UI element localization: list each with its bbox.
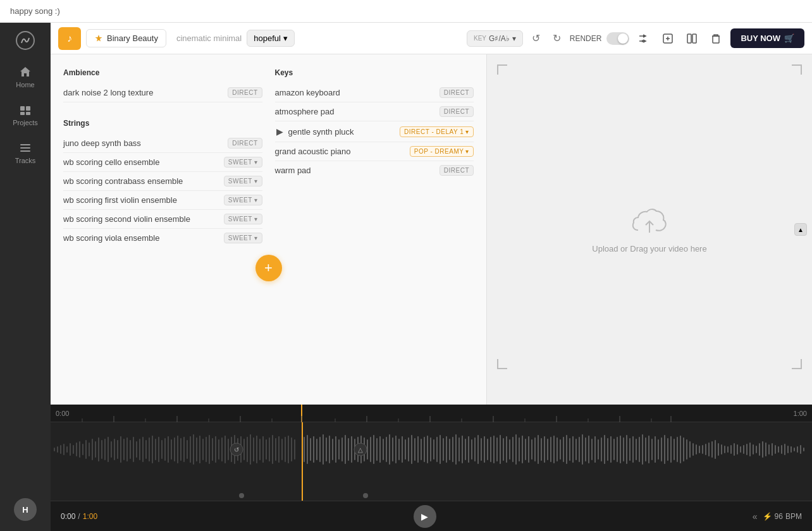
add-instrument-button[interactable]: + [255, 255, 282, 281]
svg-rect-2 [26, 106, 30, 111]
svg-rect-92 [218, 439, 219, 460]
svg-rect-110 [275, 438, 276, 461]
user-avatar[interactable]: H [14, 498, 37, 521]
svg-rect-144 [389, 434, 390, 465]
total-time[interactable]: 1:00 [83, 512, 97, 521]
mood-selector[interactable]: hopeful ▾ [247, 30, 295, 47]
music-icon-button[interactable]: ♪ [58, 27, 81, 50]
svg-rect-233 [670, 436, 672, 463]
delete-button[interactable] [706, 29, 725, 48]
key-selector[interactable]: KEY G♯/A♭ ▾ [467, 30, 523, 47]
buy-now-button[interactable]: BUY NOW 🛒 [730, 28, 804, 48]
svg-rect-88 [206, 437, 207, 462]
project-title-button[interactable]: Binary Beauty [86, 29, 166, 47]
undo-button[interactable]: ↺ [528, 28, 544, 48]
svg-rect-187 [525, 439, 526, 460]
svg-rect-159 [436, 437, 438, 462]
toolbar-style: cinematic minimal [176, 34, 242, 43]
svg-rect-14 [692, 34, 696, 43]
svg-rect-230 [661, 437, 662, 461]
song-title: happy song :) [10, 6, 60, 16]
instrument-badge[interactable]: DIRECT [440, 165, 474, 176]
svg-rect-154 [421, 439, 422, 460]
sidebar-item-projects[interactable]: Projects [0, 96, 51, 134]
play-instrument-button[interactable]: ▶ [275, 125, 285, 138]
instrument-badge[interactable]: SWEET ▾ [224, 176, 262, 186]
svg-rect-125 [329, 436, 330, 463]
instrument-badge[interactable]: DIRECT [228, 138, 262, 149]
svg-rect-51 [89, 442, 90, 456]
waveform-area[interactable]: Waveform bars would be here [51, 422, 812, 501]
svg-rect-130 [345, 435, 346, 464]
svg-rect-258 [749, 442, 751, 456]
svg-rect-78 [174, 437, 175, 461]
svg-rect-131 [348, 438, 349, 461]
bpm-value: 96 [775, 512, 783, 521]
svg-rect-175 [487, 439, 488, 460]
flip-button[interactable] [682, 29, 701, 48]
skip-back-button[interactable]: « [753, 511, 758, 522]
svg-rect-56 [104, 439, 106, 460]
svg-rect-124 [326, 437, 327, 461]
svg-rect-126 [332, 439, 333, 460]
svg-rect-152 [414, 438, 415, 461]
add-track-button[interactable] [658, 29, 677, 48]
instrument-badge-orange[interactable]: DIRECT - DELAY 1 ▾ [400, 126, 474, 137]
scroll-top-button[interactable]: ▲ [794, 223, 807, 236]
svg-rect-181 [506, 436, 507, 463]
instrument-row: wb scoring first violin ensemble SWEET ▾ [63, 191, 262, 210]
svg-rect-132 [351, 436, 352, 463]
svg-rect-109 [272, 435, 273, 464]
svg-rect-70 [149, 437, 150, 461]
svg-rect-180 [503, 438, 504, 461]
svg-rect-234 [674, 439, 675, 460]
instrument-row: ▶ gentle synth pluck DIRECT - DELAY 1 ▾ [275, 121, 474, 142]
svg-rect-145 [392, 437, 393, 461]
svg-rect-119 [310, 438, 311, 461]
svg-rect-193 [544, 436, 545, 463]
svg-rect-190 [534, 437, 536, 461]
redo-button[interactable]: ↻ [549, 28, 565, 48]
svg-rect-140 [376, 438, 378, 461]
instrument-badge[interactable]: SWEET ▾ [224, 233, 262, 243]
svg-rect-95 [228, 439, 229, 460]
instrument-badge[interactable]: SWEET ▾ [224, 157, 262, 168]
video-upload-area[interactable]: Upload or Drag your video here [592, 206, 706, 253]
svg-rect-211 [601, 437, 602, 461]
instrument-badge[interactable]: DIRECT [440, 106, 474, 117]
bpm-display: ⚡ 96 BPM [763, 512, 802, 521]
svg-rect-52 [92, 439, 93, 460]
shuffle-button[interactable] [634, 29, 653, 48]
render-toggle[interactable] [606, 32, 629, 45]
instrument-row: atmosphere pad DIRECT [275, 102, 474, 121]
svg-rect-7 [20, 150, 30, 152]
svg-rect-122 [319, 437, 321, 462]
svg-rect-253 [734, 443, 735, 456]
play-button[interactable]: ▶ [414, 505, 436, 528]
instrument-badge[interactable]: DIRECT [440, 87, 474, 98]
svg-rect-107 [266, 439, 267, 460]
svg-rect-195 [550, 437, 551, 462]
svg-rect-196 [553, 436, 555, 463]
instrument-name: grand acoustic piano [275, 147, 351, 156]
svg-rect-210 [598, 439, 599, 460]
instrument-row: wb scoring second violin ensemble SWEET … [63, 210, 262, 229]
svg-rect-174 [484, 436, 485, 463]
instrument-name: atmosphere pad [275, 107, 335, 116]
instrument-name: wb scoring second violin ensemble [63, 214, 190, 224]
instrument-badge[interactable]: SWEET ▾ [224, 195, 262, 205]
svg-rect-77 [171, 439, 172, 460]
instrument-badge-direct[interactable]: DIRECT [228, 87, 262, 98]
svg-rect-219 [626, 435, 627, 464]
svg-rect-101 [247, 437, 248, 462]
svg-rect-89 [209, 435, 210, 464]
sidebar-item-home[interactable]: Home [0, 58, 51, 96]
sidebar-item-tracks[interactable]: Tracks [0, 134, 51, 172]
app-logo[interactable] [13, 28, 38, 53]
instrument-badge-orange[interactable]: POP - DREAMY ▾ [410, 146, 474, 157]
instrument-badge[interactable]: SWEET ▾ [224, 214, 262, 224]
svg-rect-50 [85, 440, 87, 459]
svg-rect-207 [588, 436, 589, 463]
svg-rect-42 [60, 445, 61, 454]
svg-rect-120 [313, 436, 314, 463]
